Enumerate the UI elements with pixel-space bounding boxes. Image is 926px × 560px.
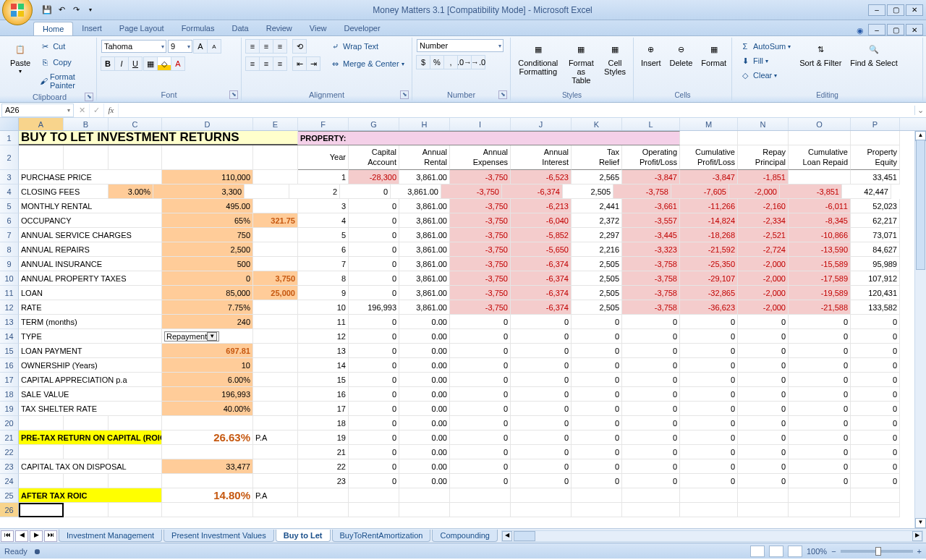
cell-K6[interactable]: 2,372 [572, 213, 622, 228]
cell-F20[interactable]: 18 [298, 416, 349, 430]
cell-L3[interactable]: -3,847 [622, 170, 680, 184]
tab-formulas[interactable]: Formulas [173, 22, 224, 35]
cell-G9[interactable]: 0 [349, 257, 399, 271]
cell-H16[interactable]: 0.00 [399, 358, 450, 373]
cell-J5[interactable]: -6,213 [511, 199, 572, 213]
cell-N4[interactable]: -2,000 [729, 184, 780, 199]
cell-P1[interactable] [851, 131, 900, 145]
cell-K25[interactable] [572, 488, 622, 503]
cell-L20[interactable]: 0 [622, 416, 680, 430]
cell-F9[interactable]: 7 [298, 257, 349, 271]
cell-K18[interactable]: 0 [572, 387, 622, 402]
cell-F6[interactable]: 4 [298, 213, 349, 228]
cell-N26[interactable] [738, 503, 789, 517]
cell-D26[interactable] [162, 503, 253, 517]
merge-center-button[interactable]: ⇔Merge & Center ▾ [326, 56, 407, 71]
cell-J6[interactable]: -6,040 [511, 213, 572, 228]
cell-J16[interactable]: 0 [511, 358, 572, 373]
cell-O2[interactable]: CumulativeLoan Repaid [789, 145, 851, 170]
decrease-font-icon[interactable]: A [207, 39, 221, 54]
cell-E13[interactable] [253, 315, 298, 329]
cell-G10[interactable]: 0 [349, 271, 399, 286]
cut-button[interactable]: ✂Cut [36, 39, 92, 54]
cell-E20[interactable] [253, 416, 298, 430]
cell-J8[interactable]: -5,650 [511, 242, 572, 257]
col-header-N[interactable]: N [738, 118, 789, 130]
first-sheet-icon[interactable]: ⏮ [1, 530, 14, 542]
cell-O15[interactable]: 0 [789, 344, 851, 358]
tab-page-layout[interactable]: Page Layout [111, 22, 173, 35]
cell-K26[interactable] [572, 503, 622, 517]
cell-P10[interactable]: 107,912 [851, 271, 900, 286]
cell-K14[interactable]: 0 [572, 329, 622, 344]
cell-J9[interactable]: -6,374 [511, 257, 572, 271]
row-header-22[interactable]: 22 [0, 445, 19, 459]
cell-E12[interactable] [253, 300, 298, 315]
cell-G13[interactable]: 0 [349, 315, 399, 329]
cell-G16[interactable]: 0 [349, 358, 399, 373]
cell-M10[interactable]: -29,107 [680, 271, 738, 286]
cell-F24[interactable]: 23 [298, 474, 349, 488]
cell-O9[interactable]: -15,589 [789, 257, 851, 271]
cell-P11[interactable]: 120,431 [851, 286, 900, 300]
cell-N16[interactable]: 0 [738, 358, 789, 373]
cell-P5[interactable]: 52,023 [851, 199, 900, 213]
cell-J18[interactable]: 0 [511, 387, 572, 402]
cell-P7[interactable]: 73,071 [851, 228, 900, 242]
tab-data[interactable]: Data [223, 22, 257, 35]
cell-E11[interactable]: 25,000 [253, 286, 298, 300]
cell-H13[interactable]: 0.00 [399, 315, 450, 329]
tab-home[interactable]: Home [33, 22, 73, 35]
cell-O25[interactable] [789, 488, 851, 503]
cell-E24[interactable] [253, 474, 298, 488]
tab-review[interactable]: Review [258, 22, 301, 35]
cell-G12[interactable]: 196,993 [349, 300, 399, 315]
cell-G7[interactable]: 0 [349, 228, 399, 242]
cell-I20[interactable]: 0 [450, 416, 511, 430]
cell-P8[interactable]: 84,627 [851, 242, 900, 257]
cell-F14[interactable]: 12 [298, 329, 349, 344]
cell-P3[interactable]: 33,451 [851, 170, 900, 184]
cell-M19[interactable]: 0 [680, 402, 738, 416]
cell-G14[interactable]: 0 [349, 329, 399, 344]
cell-D2[interactable] [162, 145, 253, 170]
cell-O13[interactable]: 0 [789, 315, 851, 329]
cell-E19[interactable] [253, 402, 298, 416]
cell-I19[interactable]: 0 [450, 402, 511, 416]
cell-O14[interactable]: 0 [789, 329, 851, 344]
currency-icon[interactable]: $ [416, 55, 430, 69]
zoom-in-icon[interactable]: + [917, 547, 922, 556]
row-header-25[interactable]: 25 [0, 488, 19, 503]
cell-I8[interactable]: -3,750 [450, 242, 511, 257]
cell-O6[interactable]: -8,345 [789, 213, 851, 228]
cell-O22[interactable]: 0 [789, 445, 851, 459]
cell-M6[interactable]: -14,824 [680, 213, 738, 228]
cell-M3[interactable]: -3,847 [680, 170, 738, 184]
col-header-I[interactable]: I [450, 118, 511, 130]
sheet-tab-present-investment-values[interactable]: Present Investment Values [163, 530, 274, 542]
fill-button[interactable]: ⬇Fill ▾ [736, 54, 794, 68]
cell-A18[interactable]: SALE VALUE [19, 387, 162, 402]
cell-L6[interactable]: -3,557 [622, 213, 680, 228]
row-header-19[interactable]: 19 [0, 402, 19, 416]
cell-N3[interactable]: -1,851 [738, 170, 789, 184]
cell-E16[interactable] [253, 358, 298, 373]
qat-dropdown-icon[interactable]: ▾ [84, 4, 97, 17]
cell-A12[interactable]: RATE [19, 300, 162, 315]
cell-G22[interactable]: 0 [349, 445, 399, 459]
row-header-14[interactable]: 14 [0, 329, 19, 344]
font-name-combo[interactable]: Tahoma [101, 40, 166, 53]
cell-K2[interactable]: TaxRelief [572, 145, 622, 170]
align-center-icon[interactable]: ≡ [259, 56, 273, 71]
cell-L5[interactable]: -3,661 [622, 199, 680, 213]
cell-M15[interactable]: 0 [680, 344, 738, 358]
cell-H20[interactable]: 0.00 [399, 416, 450, 430]
cell-P9[interactable]: 95,989 [851, 257, 900, 271]
cell-L26[interactable] [622, 503, 680, 517]
vertical-scrollbar[interactable]: ▲ ▼ [914, 131, 926, 528]
increase-font-icon[interactable]: A [193, 39, 208, 54]
cell-A25[interactable]: AFTER TAX ROIC [19, 488, 162, 503]
cell-E18[interactable] [253, 387, 298, 402]
cell-G25[interactable] [349, 488, 399, 503]
cell-F17[interactable]: 15 [298, 373, 349, 387]
